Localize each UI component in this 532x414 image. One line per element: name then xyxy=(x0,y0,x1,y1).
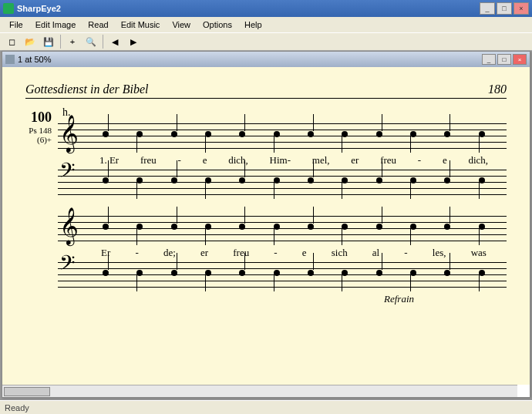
score-title: Gottesdienst in der Bibel xyxy=(25,82,149,96)
music-system-2: 𝄞 Er-de;erfreu-esichal-les,was 𝄢 xyxy=(58,213,507,305)
toolbar-separator xyxy=(60,35,61,49)
score-viewport[interactable]: Gottesdienst in der Bibel 180 100 Ps 148… xyxy=(2,67,530,385)
menu-read[interactable]: Read xyxy=(82,19,114,31)
child-maximize-button[interactable]: □ xyxy=(497,54,511,65)
child-title: 1 at 50% xyxy=(18,55,482,64)
horizontal-scrollbar[interactable] xyxy=(2,385,517,397)
toolbar: ◻ 📂 💾 + 🔍 ◀ ▶ xyxy=(0,32,532,51)
menu-view[interactable]: View xyxy=(166,19,197,31)
octave-note: (6)+ xyxy=(7,135,52,144)
close-button[interactable]: × xyxy=(513,2,529,15)
title-bar: SharpEye2 _ □ × xyxy=(0,0,532,17)
child-title-bar: 1 at 50% _ □ × xyxy=(2,52,530,67)
status-ready: Ready xyxy=(5,403,29,412)
status-bar: Ready xyxy=(0,400,532,414)
bass-clef-icon: 𝄢 xyxy=(59,160,76,185)
treble-staff: 𝄞 xyxy=(58,120,507,148)
bass-staff: 𝄢 xyxy=(58,259,507,287)
hymn-number: 100 xyxy=(7,109,52,126)
doc-icon xyxy=(5,55,15,64)
menu-edit-image[interactable]: Edit Image xyxy=(29,19,82,31)
tempo-marking: h. xyxy=(62,106,507,119)
child-minimize-button[interactable]: _ xyxy=(482,54,496,65)
menu-file[interactable]: File xyxy=(3,19,29,31)
tb-prev-button[interactable]: ◀ xyxy=(106,34,123,49)
treble-staff: 𝄞 xyxy=(58,213,507,241)
notes-row xyxy=(89,120,499,148)
menu-bar: File Edit Image Read Edit Music View Opt… xyxy=(0,17,532,32)
app-icon xyxy=(3,3,14,14)
score-meta: 100 Ps 148 (6)+ xyxy=(7,109,52,144)
lyrics-line-2: Er-de;erfreu-esichal-les,was xyxy=(89,247,499,259)
window-controls: _ □ × xyxy=(480,2,529,15)
notes-row xyxy=(89,213,499,241)
refrain-label: Refrain xyxy=(58,293,414,305)
tb-open-button[interactable]: 📂 xyxy=(22,34,39,49)
app-title: SharpEye2 xyxy=(17,4,480,13)
bass-clef-icon: 𝄢 xyxy=(59,253,76,278)
tb-new-button[interactable]: ◻ xyxy=(3,34,20,49)
tb-next-button[interactable]: ▶ xyxy=(125,34,142,49)
menu-options[interactable]: Options xyxy=(197,19,238,31)
child-close-button[interactable]: × xyxy=(513,54,527,65)
score-header: Gottesdienst in der Bibel 180 xyxy=(25,82,507,99)
bass-staff: 𝄢 xyxy=(58,167,507,194)
mdi-client-area: 1 at 50% _ □ × Gottesdienst in der Bibel… xyxy=(0,51,532,400)
tb-plus-button[interactable]: + xyxy=(64,34,81,49)
scroll-thumb[interactable] xyxy=(4,387,50,396)
minimize-button[interactable]: _ xyxy=(480,2,495,15)
tb-save-button[interactable]: 💾 xyxy=(40,34,57,49)
notes-row xyxy=(89,167,499,194)
tb-zoom-button[interactable]: 🔍 xyxy=(82,34,99,49)
score-page: Gottesdienst in der Bibel 180 100 Ps 148… xyxy=(2,67,530,339)
toolbar-separator xyxy=(103,35,103,49)
music-system-1: 𝄞 1. Erfreu-edich,Him-mel,erfreu-edich, … xyxy=(58,120,507,194)
menu-help[interactable]: Help xyxy=(238,19,268,31)
notes-row xyxy=(89,259,499,287)
lyrics-line-1: 1. Erfreu-edich,Him-mel,erfreu-edich, xyxy=(89,154,499,167)
child-window-controls: _ □ × xyxy=(482,54,527,65)
maximize-button[interactable]: □ xyxy=(497,2,512,15)
psalm-ref: Ps 148 xyxy=(7,126,52,135)
child-window: 1 at 50% _ □ × Gottesdienst in der Bibel… xyxy=(2,51,530,398)
score-page-number: 180 xyxy=(488,82,507,96)
treble-clef-icon: 𝄞 xyxy=(59,210,79,242)
menu-edit-music[interactable]: Edit Music xyxy=(115,19,167,31)
treble-clef-icon: 𝄞 xyxy=(59,117,79,150)
